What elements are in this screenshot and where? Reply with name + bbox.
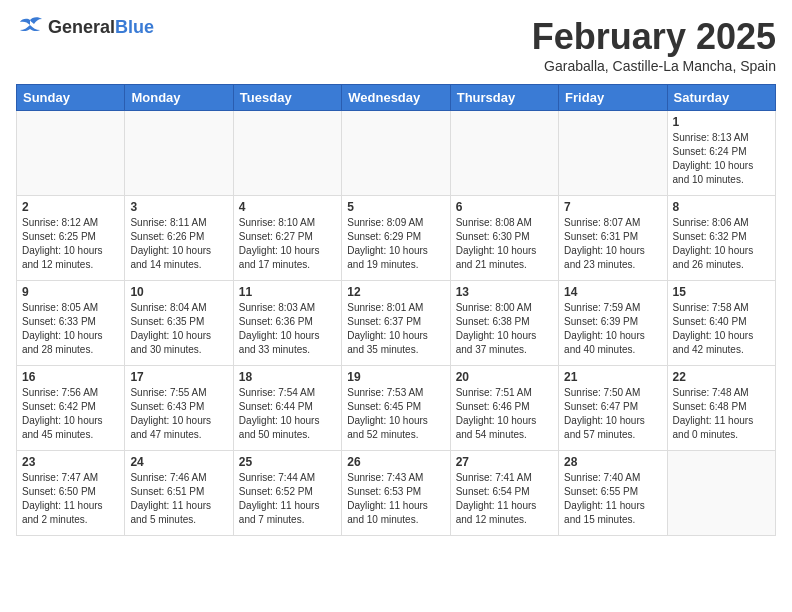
day-cell: 25Sunrise: 7:44 AM Sunset: 6:52 PM Dayli…: [233, 451, 341, 536]
day-number: 7: [564, 200, 661, 214]
day-cell: [559, 111, 667, 196]
day-info: Sunrise: 7:58 AM Sunset: 6:40 PM Dayligh…: [673, 301, 770, 357]
weekday-header-friday: Friday: [559, 85, 667, 111]
month-title: February 2025: [532, 16, 776, 58]
day-info: Sunrise: 8:05 AM Sunset: 6:33 PM Dayligh…: [22, 301, 119, 357]
location: Garaballa, Castille-La Mancha, Spain: [532, 58, 776, 74]
day-cell: 17Sunrise: 7:55 AM Sunset: 6:43 PM Dayli…: [125, 366, 233, 451]
day-cell: 10Sunrise: 8:04 AM Sunset: 6:35 PM Dayli…: [125, 281, 233, 366]
day-cell: 6Sunrise: 8:08 AM Sunset: 6:30 PM Daylig…: [450, 196, 558, 281]
day-info: Sunrise: 7:44 AM Sunset: 6:52 PM Dayligh…: [239, 471, 336, 527]
week-row-2: 2Sunrise: 8:12 AM Sunset: 6:25 PM Daylig…: [17, 196, 776, 281]
day-number: 13: [456, 285, 553, 299]
day-number: 27: [456, 455, 553, 469]
day-cell: 15Sunrise: 7:58 AM Sunset: 6:40 PM Dayli…: [667, 281, 775, 366]
day-info: Sunrise: 8:09 AM Sunset: 6:29 PM Dayligh…: [347, 216, 444, 272]
day-number: 8: [673, 200, 770, 214]
weekday-header-tuesday: Tuesday: [233, 85, 341, 111]
weekday-header-saturday: Saturday: [667, 85, 775, 111]
day-number: 1: [673, 115, 770, 129]
weekday-header-sunday: Sunday: [17, 85, 125, 111]
day-cell: 9Sunrise: 8:05 AM Sunset: 6:33 PM Daylig…: [17, 281, 125, 366]
day-cell: 12Sunrise: 8:01 AM Sunset: 6:37 PM Dayli…: [342, 281, 450, 366]
page-header: GeneralBlue February 2025 Garaballa, Cas…: [16, 16, 776, 74]
week-row-1: 1Sunrise: 8:13 AM Sunset: 6:24 PM Daylig…: [17, 111, 776, 196]
day-number: 16: [22, 370, 119, 384]
day-info: Sunrise: 8:11 AM Sunset: 6:26 PM Dayligh…: [130, 216, 227, 272]
day-info: Sunrise: 8:01 AM Sunset: 6:37 PM Dayligh…: [347, 301, 444, 357]
day-cell: 22Sunrise: 7:48 AM Sunset: 6:48 PM Dayli…: [667, 366, 775, 451]
day-cell: 14Sunrise: 7:59 AM Sunset: 6:39 PM Dayli…: [559, 281, 667, 366]
day-number: 23: [22, 455, 119, 469]
day-cell: 11Sunrise: 8:03 AM Sunset: 6:36 PM Dayli…: [233, 281, 341, 366]
day-info: Sunrise: 7:50 AM Sunset: 6:47 PM Dayligh…: [564, 386, 661, 442]
day-cell: 27Sunrise: 7:41 AM Sunset: 6:54 PM Dayli…: [450, 451, 558, 536]
calendar-table: SundayMondayTuesdayWednesdayThursdayFrid…: [16, 84, 776, 536]
day-info: Sunrise: 8:08 AM Sunset: 6:30 PM Dayligh…: [456, 216, 553, 272]
day-number: 5: [347, 200, 444, 214]
day-cell: [450, 111, 558, 196]
day-number: 20: [456, 370, 553, 384]
day-number: 9: [22, 285, 119, 299]
day-number: 25: [239, 455, 336, 469]
day-info: Sunrise: 7:51 AM Sunset: 6:46 PM Dayligh…: [456, 386, 553, 442]
day-number: 2: [22, 200, 119, 214]
logo-general: General: [48, 17, 115, 37]
day-info: Sunrise: 7:40 AM Sunset: 6:55 PM Dayligh…: [564, 471, 661, 527]
day-cell: 4Sunrise: 8:10 AM Sunset: 6:27 PM Daylig…: [233, 196, 341, 281]
day-cell: 5Sunrise: 8:09 AM Sunset: 6:29 PM Daylig…: [342, 196, 450, 281]
day-cell: 16Sunrise: 7:56 AM Sunset: 6:42 PM Dayli…: [17, 366, 125, 451]
day-info: Sunrise: 7:48 AM Sunset: 6:48 PM Dayligh…: [673, 386, 770, 442]
day-cell: [125, 111, 233, 196]
day-number: 28: [564, 455, 661, 469]
day-number: 11: [239, 285, 336, 299]
title-block: February 2025 Garaballa, Castille-La Man…: [532, 16, 776, 74]
day-info: Sunrise: 8:07 AM Sunset: 6:31 PM Dayligh…: [564, 216, 661, 272]
day-info: Sunrise: 8:04 AM Sunset: 6:35 PM Dayligh…: [130, 301, 227, 357]
day-number: 14: [564, 285, 661, 299]
weekday-header-thursday: Thursday: [450, 85, 558, 111]
day-info: Sunrise: 7:54 AM Sunset: 6:44 PM Dayligh…: [239, 386, 336, 442]
day-number: 18: [239, 370, 336, 384]
day-number: 12: [347, 285, 444, 299]
day-cell: 13Sunrise: 8:00 AM Sunset: 6:38 PM Dayli…: [450, 281, 558, 366]
day-number: 19: [347, 370, 444, 384]
day-cell: [233, 111, 341, 196]
logo-bird-icon: [16, 16, 44, 38]
day-info: Sunrise: 7:59 AM Sunset: 6:39 PM Dayligh…: [564, 301, 661, 357]
day-info: Sunrise: 8:00 AM Sunset: 6:38 PM Dayligh…: [456, 301, 553, 357]
day-number: 10: [130, 285, 227, 299]
day-cell: 2Sunrise: 8:12 AM Sunset: 6:25 PM Daylig…: [17, 196, 125, 281]
day-cell: [17, 111, 125, 196]
day-cell: 1Sunrise: 8:13 AM Sunset: 6:24 PM Daylig…: [667, 111, 775, 196]
weekday-header-wednesday: Wednesday: [342, 85, 450, 111]
day-number: 26: [347, 455, 444, 469]
day-cell: 18Sunrise: 7:54 AM Sunset: 6:44 PM Dayli…: [233, 366, 341, 451]
day-number: 17: [130, 370, 227, 384]
day-info: Sunrise: 7:41 AM Sunset: 6:54 PM Dayligh…: [456, 471, 553, 527]
day-cell: 28Sunrise: 7:40 AM Sunset: 6:55 PM Dayli…: [559, 451, 667, 536]
day-cell: 24Sunrise: 7:46 AM Sunset: 6:51 PM Dayli…: [125, 451, 233, 536]
weekday-header-row: SundayMondayTuesdayWednesdayThursdayFrid…: [17, 85, 776, 111]
day-number: 15: [673, 285, 770, 299]
day-info: Sunrise: 7:55 AM Sunset: 6:43 PM Dayligh…: [130, 386, 227, 442]
day-number: 3: [130, 200, 227, 214]
day-cell: 8Sunrise: 8:06 AM Sunset: 6:32 PM Daylig…: [667, 196, 775, 281]
day-number: 22: [673, 370, 770, 384]
logo-blue: Blue: [115, 17, 154, 37]
day-cell: 19Sunrise: 7:53 AM Sunset: 6:45 PM Dayli…: [342, 366, 450, 451]
weekday-header-monday: Monday: [125, 85, 233, 111]
day-number: 24: [130, 455, 227, 469]
week-row-3: 9Sunrise: 8:05 AM Sunset: 6:33 PM Daylig…: [17, 281, 776, 366]
day-info: Sunrise: 7:47 AM Sunset: 6:50 PM Dayligh…: [22, 471, 119, 527]
day-cell: 26Sunrise: 7:43 AM Sunset: 6:53 PM Dayli…: [342, 451, 450, 536]
day-info: Sunrise: 8:13 AM Sunset: 6:24 PM Dayligh…: [673, 131, 770, 187]
day-cell: [342, 111, 450, 196]
day-info: Sunrise: 8:03 AM Sunset: 6:36 PM Dayligh…: [239, 301, 336, 357]
day-cell: 20Sunrise: 7:51 AM Sunset: 6:46 PM Dayli…: [450, 366, 558, 451]
day-cell: 21Sunrise: 7:50 AM Sunset: 6:47 PM Dayli…: [559, 366, 667, 451]
day-number: 4: [239, 200, 336, 214]
day-info: Sunrise: 8:10 AM Sunset: 6:27 PM Dayligh…: [239, 216, 336, 272]
week-row-5: 23Sunrise: 7:47 AM Sunset: 6:50 PM Dayli…: [17, 451, 776, 536]
day-info: Sunrise: 7:46 AM Sunset: 6:51 PM Dayligh…: [130, 471, 227, 527]
